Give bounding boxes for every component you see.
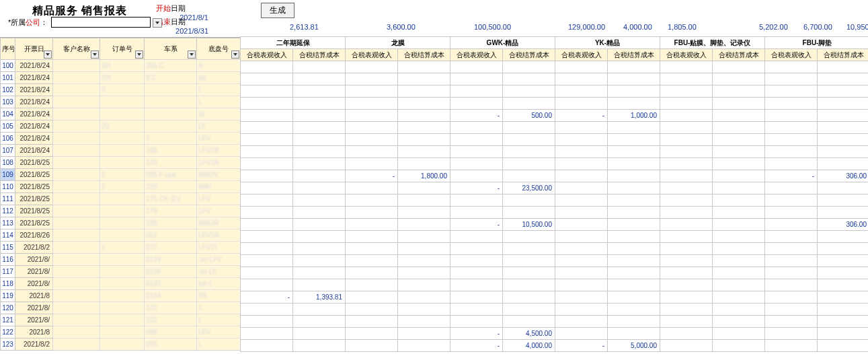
data-cell	[660, 170, 713, 182]
data-row[interactable]: -1,800.00-306.00	[241, 170, 869, 182]
row-customer	[53, 108, 100, 120]
filter-icon[interactable]	[188, 50, 196, 59]
row-date: 2021/8/24	[15, 84, 53, 96]
data-row[interactable]	[241, 267, 869, 279]
group-header: 二年期延保	[241, 37, 346, 49]
data-row[interactable]	[241, 279, 869, 291]
row-chassis: lpb L	[197, 278, 241, 290]
data-cell	[713, 85, 765, 98]
data-cell	[346, 279, 398, 291]
data-row[interactable]	[241, 316, 869, 328]
data-row[interactable]	[241, 158, 869, 170]
table-row[interactable]: 1222021/8008LFV	[1, 326, 241, 339]
col-chassis[interactable]: 底盘号	[197, 38, 241, 60]
data-cell	[293, 255, 346, 267]
data-cell	[398, 316, 450, 328]
table-row[interactable]: 1022021/8/24SL	[1, 84, 241, 96]
table-row[interactable]: 1132021/8/25180WAUR	[1, 217, 241, 229]
data-cell	[660, 110, 713, 122]
filter-icon[interactable]	[91, 50, 99, 59]
table-row[interactable]: 1232021/8/2055L	[1, 339, 241, 351]
data-row[interactable]	[241, 243, 869, 255]
col-customer[interactable]: 客户名称	[53, 38, 100, 60]
data-row[interactable]: -1,393.81	[241, 291, 869, 304]
end-date-value[interactable]: 2021/8/31	[172, 27, 208, 35]
table-row[interactable]: 1182021/8/0192lpb L	[1, 278, 241, 290]
row-date: 2021/8	[15, 290, 53, 302]
table-row[interactable]: 1122021/8/25179LFV	[1, 205, 241, 217]
data-row[interactable]: -23,500.00	[241, 182, 869, 194]
row-order	[100, 314, 145, 326]
row-series: 0194	[145, 290, 197, 302]
data-cell	[398, 158, 450, 170]
data-cell	[608, 316, 660, 328]
table-row[interactable]: 1032021/8/24L	[1, 96, 241, 108]
table-row[interactable]: 1002021/8/24SH205 CA	[1, 60, 241, 72]
table-row[interactable]: 1092021/8/252085 F upeWAUV	[1, 169, 241, 181]
company-dropdown-icon[interactable]	[153, 18, 162, 28]
table-row[interactable]: 1162021/8/0134.im LFV	[1, 254, 241, 266]
table-row[interactable]: 1082021/8/25120LFV3A	[1, 157, 241, 169]
left-grid: 序号 开票日 客户名称 订单号 车系 底盘号 1002021/8/24SH205…	[0, 37, 240, 354]
data-cell	[765, 304, 818, 316]
data-cell	[765, 243, 818, 255]
data-row[interactable]: -500.00-1,000.00	[241, 110, 869, 122]
col-seq[interactable]: 序号	[1, 38, 15, 60]
col-order-no[interactable]: 订单号	[100, 38, 145, 60]
data-cell	[818, 267, 869, 279]
data-cell	[293, 328, 346, 340]
data-cell	[765, 98, 818, 110]
table-row[interactable]: 1172021/8/0188.im LF	[1, 266, 241, 278]
data-row[interactable]	[241, 255, 869, 267]
table-row[interactable]: 1102021/8/252128WAI	[1, 181, 241, 193]
data-cell	[555, 243, 608, 255]
table-row[interactable]: 1152021/8/21072LFV2I	[1, 242, 241, 254]
data-row[interactable]	[241, 85, 869, 98]
data-row[interactable]: -10,500.00306.00-	[241, 219, 869, 231]
table-row[interactable]: 1112021/8/25175 CK !EVLFV	[1, 193, 241, 205]
data-row[interactable]	[241, 122, 869, 134]
table-row[interactable]: 1142021/8/26081LFV3A	[1, 229, 241, 242]
table-row[interactable]: 1192021/80194PA	[1, 290, 241, 302]
data-cell	[660, 194, 713, 207]
data-row[interactable]	[241, 98, 869, 110]
data-row[interactable]	[241, 61, 869, 73]
data-cell	[713, 291, 765, 304]
filter-icon[interactable]	[135, 50, 143, 59]
table-row[interactable]: 1072021/8/24168LFV2B	[1, 145, 241, 157]
data-row[interactable]	[241, 207, 869, 219]
row-customer	[53, 181, 100, 193]
row-date: 2021/8/	[15, 314, 53, 326]
data-row[interactable]	[241, 231, 869, 243]
col-invoice-date[interactable]: 开票日	[15, 38, 53, 60]
row-seq: 122	[1, 326, 15, 339]
table-row[interactable]: 1212021/8/162L	[1, 314, 241, 326]
row-customer	[53, 60, 100, 72]
table-row[interactable]: 1062021/8/241LFV	[1, 133, 241, 145]
row-order: 2	[100, 181, 145, 193]
filter-icon[interactable]	[44, 50, 52, 59]
row-date: 2021/8/24	[15, 133, 53, 145]
generate-button[interactable]: 生成	[261, 3, 294, 18]
data-cell	[450, 291, 503, 304]
data-cell	[555, 182, 608, 194]
data-row[interactable]	[241, 146, 869, 158]
data-row[interactable]	[241, 194, 869, 207]
data-cell	[660, 255, 713, 267]
row-series: 179	[145, 205, 197, 217]
table-row[interactable]: 1012021/8/24SH8 Cpb	[1, 72, 241, 84]
data-row[interactable]: -4,000.00-5,000.00	[241, 340, 869, 352]
data-row[interactable]: -4,500.00	[241, 328, 869, 340]
data-cell	[293, 340, 346, 352]
data-row[interactable]	[241, 73, 869, 85]
data-cell	[765, 316, 818, 328]
table-row[interactable]: 1042021/8/24W	[1, 108, 241, 120]
filter-icon[interactable]	[231, 50, 239, 59]
company-input[interactable]	[51, 17, 151, 28]
table-row[interactable]: 1202021/8/1321	[1, 302, 241, 314]
row-order: 2	[100, 169, 145, 181]
col-series[interactable]: 车系	[145, 38, 197, 60]
data-row[interactable]	[241, 134, 869, 146]
table-row[interactable]: 1052021/8/2420LF	[1, 120, 241, 133]
data-row[interactable]	[241, 304, 869, 316]
